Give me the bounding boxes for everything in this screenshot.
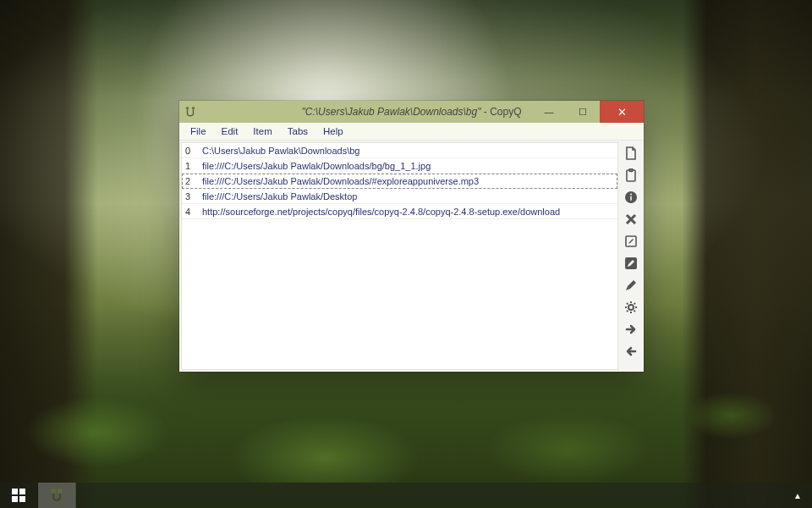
windows-icon: [12, 489, 25, 502]
clipboard-row[interactable]: 0C:\Users\Jakub Pawlak\Downloads\bg: [182, 143, 617, 158]
copyq-icon: [179, 106, 201, 118]
edit-note-icon[interactable]: [621, 232, 641, 251]
svg-point-11: [58, 489, 63, 494]
toolbar: [618, 141, 644, 372]
start-button[interactable]: [0, 483, 38, 508]
row-text: file:///C:/Users/Jakub Pawlak/Downloads/…: [202, 161, 617, 171]
svg-point-9: [628, 305, 634, 310]
svg-point-6: [630, 194, 632, 196]
svg-rect-5: [630, 196, 632, 201]
copyq-icon: [48, 487, 65, 504]
paste-icon[interactable]: [621, 166, 641, 185]
forward-icon[interactable]: [621, 320, 641, 339]
row-index: 4: [182, 207, 202, 217]
menu-item[interactable]: Item: [245, 124, 279, 138]
svg-point-1: [192, 107, 195, 110]
menubar: File Edit Item Tabs Help: [179, 123, 644, 141]
row-index: 3: [182, 191, 202, 202]
menu-tabs[interactable]: Tabs: [280, 124, 315, 138]
svg-point-10: [51, 489, 56, 494]
tray-show-hidden[interactable]: ▲: [783, 483, 812, 508]
menu-file[interactable]: File: [183, 124, 214, 138]
pen-icon[interactable]: [621, 276, 641, 295]
row-text: http://sourceforge.net/projects/copyq/fi…: [202, 207, 617, 217]
edit-item-icon[interactable]: [621, 254, 641, 273]
new-icon[interactable]: [621, 144, 641, 163]
close-button[interactable]: ✕: [600, 101, 644, 123]
clipboard-list[interactable]: 0C:\Users\Jakub Pawlak\Downloads\bg1file…: [181, 142, 618, 370]
clipboard-row[interactable]: 4http://sourceforge.net/projects/copyq/f…: [182, 204, 617, 219]
row-index: 1: [182, 161, 202, 171]
row-index: 0: [182, 146, 202, 156]
client-area: 0C:\Users\Jakub Pawlak\Downloads\bg1file…: [179, 141, 644, 372]
svg-point-0: [186, 107, 189, 110]
maximize-button[interactable]: ☐: [566, 101, 600, 123]
menu-help[interactable]: Help: [315, 124, 351, 138]
info-icon[interactable]: [621, 188, 641, 207]
settings-icon[interactable]: [621, 298, 641, 317]
row-text: C:\Users\Jakub Pawlak\Downloads\bg: [202, 146, 617, 156]
clipboard-row[interactable]: 2file:///C:/Users/Jakub Pawlak/Downloads…: [182, 174, 617, 189]
clipboard-row[interactable]: 3file:///C:/Users/Jakub Pawlak/Desktop: [182, 189, 617, 204]
delete-icon[interactable]: [621, 210, 641, 229]
minimize-button[interactable]: —: [532, 101, 566, 123]
menu-edit[interactable]: Edit: [214, 124, 246, 138]
app-window: "C:\Users\Jakub Pawlak\Downloads\bg" - C…: [179, 101, 644, 372]
row-text: file:///C:/Users/Jakub Pawlak/Downloads/…: [202, 176, 617, 186]
row-text: file:///C:/Users/Jakub Pawlak/Desktop: [202, 191, 617, 202]
back-icon[interactable]: [621, 342, 641, 361]
taskbar: ▲: [0, 483, 812, 508]
taskbar-app-copyq[interactable]: [38, 483, 76, 508]
row-index: 2: [182, 176, 202, 186]
clipboard-row[interactable]: 1file:///C:/Users/Jakub Pawlak/Downloads…: [182, 158, 617, 174]
titlebar[interactable]: "C:\Users\Jakub Pawlak\Downloads\bg" - C…: [179, 101, 644, 123]
